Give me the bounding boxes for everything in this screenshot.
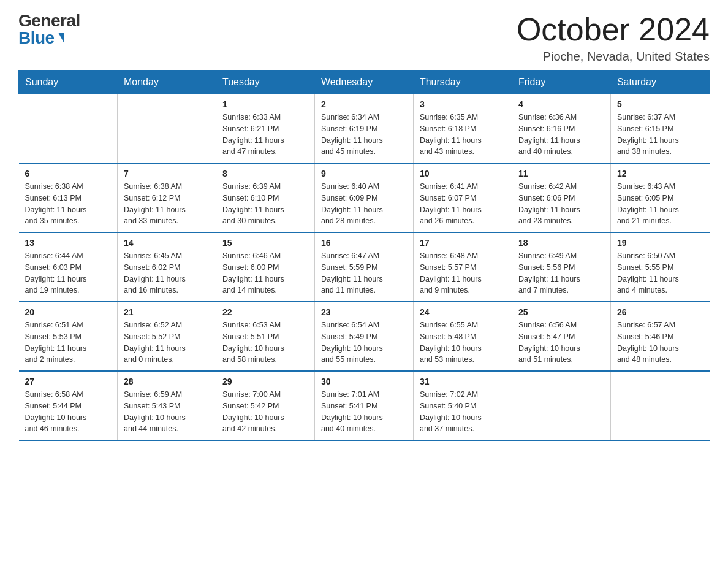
day-number: 19 (617, 238, 703, 248)
day-number: 20 (25, 307, 111, 317)
day-cell: 12Sunrise: 6:43 AM Sunset: 6:05 PM Dayli… (610, 163, 709, 232)
day-info: Sunrise: 6:57 AM Sunset: 5:46 PM Dayligh… (617, 320, 703, 366)
day-info: Sunrise: 6:58 AM Sunset: 5:44 PM Dayligh… (25, 389, 111, 435)
day-info: Sunrise: 6:38 AM Sunset: 6:12 PM Dayligh… (124, 181, 210, 227)
day-cell (610, 371, 709, 440)
day-number: 12 (617, 169, 703, 178)
day-number: 6 (25, 169, 111, 178)
location: Pioche, Nevada, United States (517, 50, 710, 64)
day-info: Sunrise: 6:56 AM Sunset: 5:47 PM Dayligh… (518, 320, 604, 366)
day-cell: 20Sunrise: 6:51 AM Sunset: 5:53 PM Dayli… (19, 302, 118, 371)
header-saturday: Saturday (610, 71, 709, 94)
day-cell: 24Sunrise: 6:55 AM Sunset: 5:48 PM Dayli… (413, 302, 512, 371)
day-cell: 26Sunrise: 6:57 AM Sunset: 5:46 PM Dayli… (610, 302, 709, 371)
day-number: 17 (420, 238, 506, 248)
day-number: 15 (222, 238, 308, 248)
day-info: Sunrise: 7:01 AM Sunset: 5:41 PM Dayligh… (321, 389, 407, 435)
day-info: Sunrise: 6:46 AM Sunset: 6:00 PM Dayligh… (222, 250, 308, 296)
logo-blue-text: Blue (18, 29, 80, 47)
day-cell: 31Sunrise: 7:02 AM Sunset: 5:40 PM Dayli… (413, 371, 512, 440)
day-info: Sunrise: 7:00 AM Sunset: 5:42 PM Dayligh… (222, 389, 308, 435)
day-number: 1 (222, 99, 308, 109)
day-number: 26 (617, 307, 703, 317)
header-monday: Monday (117, 71, 216, 94)
day-cell: 14Sunrise: 6:45 AM Sunset: 6:02 PM Dayli… (117, 232, 216, 302)
day-info: Sunrise: 6:54 AM Sunset: 5:49 PM Dayligh… (321, 320, 407, 366)
day-cell: 11Sunrise: 6:42 AM Sunset: 6:06 PM Dayli… (512, 163, 610, 232)
day-info: Sunrise: 6:49 AM Sunset: 5:56 PM Dayligh… (518, 250, 604, 296)
day-cell: 30Sunrise: 7:01 AM Sunset: 5:41 PM Dayli… (314, 371, 413, 440)
day-cell: 9Sunrise: 6:40 AM Sunset: 6:09 PM Daylig… (314, 163, 413, 232)
logo-triangle-icon (58, 33, 64, 44)
day-cell: 6Sunrise: 6:38 AM Sunset: 6:13 PM Daylig… (19, 163, 118, 232)
calendar-header: Sunday Monday Tuesday Wednesday Thursday… (19, 71, 710, 94)
day-info: Sunrise: 6:39 AM Sunset: 6:10 PM Dayligh… (222, 181, 308, 227)
day-number: 13 (25, 238, 111, 248)
day-info: Sunrise: 6:38 AM Sunset: 6:13 PM Dayligh… (25, 181, 111, 227)
day-number: 2 (321, 99, 407, 109)
header-sunday: Sunday (19, 71, 118, 94)
header-row: Sunday Monday Tuesday Wednesday Thursday… (19, 71, 710, 94)
day-cell: 19Sunrise: 6:50 AM Sunset: 5:55 PM Dayli… (610, 232, 709, 302)
day-cell: 29Sunrise: 7:00 AM Sunset: 5:42 PM Dayli… (216, 371, 314, 440)
day-info: Sunrise: 6:55 AM Sunset: 5:48 PM Dayligh… (420, 320, 506, 366)
day-cell (512, 371, 610, 440)
page-header: General Blue October 2024 Pioche, Nevada… (18, 12, 710, 64)
day-number: 14 (124, 238, 210, 248)
week-row-3: 13Sunrise: 6:44 AM Sunset: 6:03 PM Dayli… (19, 232, 710, 302)
day-number: 10 (420, 169, 506, 178)
day-info: Sunrise: 7:02 AM Sunset: 5:40 PM Dayligh… (420, 389, 506, 435)
day-info: Sunrise: 6:44 AM Sunset: 6:03 PM Dayligh… (25, 250, 111, 296)
day-cell: 1Sunrise: 6:33 AM Sunset: 6:21 PM Daylig… (216, 94, 314, 164)
day-info: Sunrise: 6:34 AM Sunset: 6:19 PM Dayligh… (321, 112, 407, 158)
week-row-1: 1Sunrise: 6:33 AM Sunset: 6:21 PM Daylig… (19, 94, 710, 164)
day-number: 28 (124, 377, 210, 386)
day-info: Sunrise: 6:35 AM Sunset: 6:18 PM Dayligh… (420, 112, 506, 158)
day-cell: 21Sunrise: 6:52 AM Sunset: 5:52 PM Dayli… (117, 302, 216, 371)
day-cell (19, 94, 118, 164)
day-info: Sunrise: 6:33 AM Sunset: 6:21 PM Dayligh… (222, 112, 308, 158)
day-info: Sunrise: 6:52 AM Sunset: 5:52 PM Dayligh… (124, 320, 210, 366)
day-number: 7 (124, 169, 210, 178)
logo-general-text: General (18, 12, 80, 29)
week-row-4: 20Sunrise: 6:51 AM Sunset: 5:53 PM Dayli… (19, 302, 710, 371)
day-number: 30 (321, 377, 407, 386)
day-number: 31 (420, 377, 506, 386)
day-number: 23 (321, 307, 407, 317)
day-number: 18 (518, 238, 604, 248)
day-cell: 23Sunrise: 6:54 AM Sunset: 5:49 PM Dayli… (314, 302, 413, 371)
day-number: 21 (124, 307, 210, 317)
day-cell: 8Sunrise: 6:39 AM Sunset: 6:10 PM Daylig… (216, 163, 314, 232)
logo: General Blue (18, 12, 80, 47)
day-number: 22 (222, 307, 308, 317)
day-cell: 25Sunrise: 6:56 AM Sunset: 5:47 PM Dayli… (512, 302, 610, 371)
day-info: Sunrise: 6:50 AM Sunset: 5:55 PM Dayligh… (617, 250, 703, 296)
day-cell: 4Sunrise: 6:36 AM Sunset: 6:16 PM Daylig… (512, 94, 610, 164)
day-number: 27 (25, 377, 111, 386)
day-info: Sunrise: 6:43 AM Sunset: 6:05 PM Dayligh… (617, 181, 703, 227)
week-row-5: 27Sunrise: 6:58 AM Sunset: 5:44 PM Dayli… (19, 371, 710, 440)
day-cell: 17Sunrise: 6:48 AM Sunset: 5:57 PM Dayli… (413, 232, 512, 302)
day-info: Sunrise: 6:36 AM Sunset: 6:16 PM Dayligh… (518, 112, 604, 158)
day-number: 25 (518, 307, 604, 317)
day-cell: 16Sunrise: 6:47 AM Sunset: 5:59 PM Dayli… (314, 232, 413, 302)
day-cell: 2Sunrise: 6:34 AM Sunset: 6:19 PM Daylig… (314, 94, 413, 164)
day-info: Sunrise: 6:45 AM Sunset: 6:02 PM Dayligh… (124, 250, 210, 296)
week-row-2: 6Sunrise: 6:38 AM Sunset: 6:13 PM Daylig… (19, 163, 710, 232)
day-cell: 18Sunrise: 6:49 AM Sunset: 5:56 PM Dayli… (512, 232, 610, 302)
day-number: 9 (321, 169, 407, 178)
day-info: Sunrise: 6:37 AM Sunset: 6:15 PM Dayligh… (617, 112, 703, 158)
header-thursday: Thursday (413, 71, 512, 94)
day-number: 11 (518, 169, 604, 178)
day-info: Sunrise: 6:42 AM Sunset: 6:06 PM Dayligh… (518, 181, 604, 227)
day-info: Sunrise: 6:48 AM Sunset: 5:57 PM Dayligh… (420, 250, 506, 296)
day-number: 3 (420, 99, 506, 109)
day-cell: 7Sunrise: 6:38 AM Sunset: 6:12 PM Daylig… (117, 163, 216, 232)
header-wednesday: Wednesday (314, 71, 413, 94)
calendar-body: 1Sunrise: 6:33 AM Sunset: 6:21 PM Daylig… (19, 94, 710, 441)
day-number: 16 (321, 238, 407, 248)
day-cell: 10Sunrise: 6:41 AM Sunset: 6:07 PM Dayli… (413, 163, 512, 232)
title-area: October 2024 Pioche, Nevada, United Stat… (517, 12, 710, 64)
day-info: Sunrise: 6:51 AM Sunset: 5:53 PM Dayligh… (25, 320, 111, 366)
day-number: 8 (222, 169, 308, 178)
